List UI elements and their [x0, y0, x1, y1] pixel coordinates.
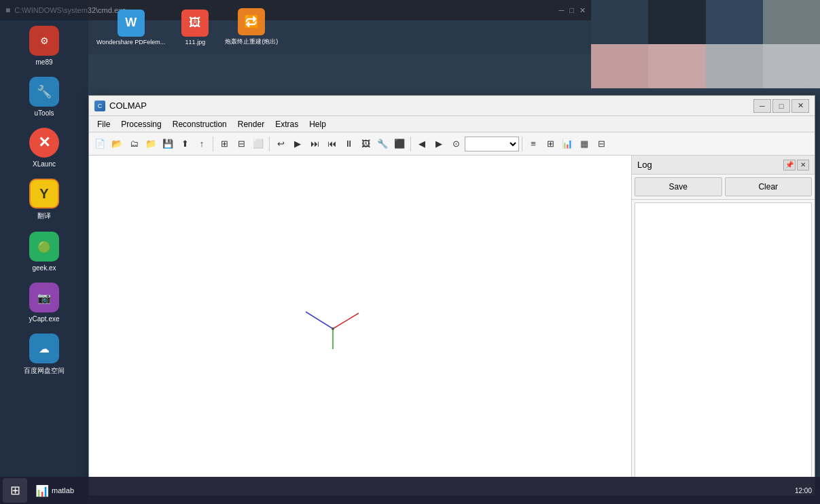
close-button[interactable]: ✕: [791, 99, 809, 113]
img-cur-icon: ⊙: [452, 139, 460, 149]
desktop-icon-translate[interactable]: Y 翻译: [0, 173, 88, 226]
desktop-icon-baidu[interactable]: ☁ 百度网盘空间: [0, 328, 88, 381]
toolbar-qr[interactable]: ⊞: [542, 136, 558, 152]
close-icon: ✕: [798, 101, 804, 110]
toolbar-chart[interactable]: 📊: [559, 136, 575, 152]
toolbar-new[interactable]: 📄: [92, 136, 108, 152]
play-icon: ▶: [294, 139, 301, 149]
toolbar-view2[interactable]: ▦: [576, 136, 592, 152]
toolbar-box[interactable]: ⬛: [391, 136, 408, 152]
menu-help[interactable]: Help: [304, 117, 332, 132]
toolbar-export1[interactable]: ⬆: [177, 136, 193, 152]
colmap-icon-letter: C: [98, 103, 103, 109]
export2-icon: ↑: [200, 139, 204, 149]
log-clear-button[interactable]: Clear: [725, 177, 813, 196]
toolbar-export2[interactable]: ↑: [194, 136, 210, 152]
rebuild-icon-item[interactable]: 🔁 炮轰终止重建(炮出): [225, 8, 278, 46]
start-button[interactable]: ⊞: [3, 478, 27, 503]
menu-render[interactable]: Render: [232, 117, 270, 132]
toolbar-view3[interactable]: ⊟: [593, 136, 609, 152]
menu-file[interactable]: File: [92, 117, 115, 132]
sep-3: [410, 137, 411, 151]
xlaunch-label: XLaunc: [33, 160, 56, 168]
open-icon: 📂: [111, 139, 122, 149]
toolbar-img-cur[interactable]: ⊙: [448, 136, 464, 152]
minimize-icon: ─: [760, 102, 765, 110]
log-toolbar: Save Clear: [632, 175, 815, 200]
tile-2: [648, 0, 705, 44]
grid-icon: ⊞: [221, 139, 228, 149]
view3-icon: ⊟: [598, 139, 605, 149]
image-icon: 🖼: [361, 139, 370, 149]
table-icon: ⊟: [238, 139, 245, 149]
toolbar-3d[interactable]: ⬜: [250, 136, 266, 152]
maximize-button[interactable]: □: [772, 99, 790, 113]
title-bar-buttons: ─ □ ✕: [753, 99, 809, 113]
toolbar-table[interactable]: ⊟: [233, 136, 249, 152]
minimize-button[interactable]: ─: [753, 99, 771, 113]
toolbar-open-recent[interactable]: 🗂: [126, 136, 142, 152]
menu-extras[interactable]: Extras: [270, 117, 304, 132]
toolbar-step-back[interactable]: ⏮: [323, 136, 340, 152]
start-icon: ⊞: [10, 483, 20, 498]
toolbar-list1[interactable]: ≡: [525, 136, 541, 152]
qr-icon: ⊞: [547, 139, 554, 149]
tile-1: [591, 0, 648, 44]
step-back-icon: ⏮: [327, 139, 336, 149]
me89-label: me89: [35, 58, 52, 66]
sep-2: [269, 137, 270, 151]
log-panel: Log 📌 ✕ Save Clear: [631, 156, 815, 495]
chart-icon: 📊: [562, 139, 573, 149]
tile-7: [706, 44, 763, 88]
menu-file-label: File: [97, 120, 110, 129]
toolbar-open[interactable]: 📂: [109, 136, 125, 152]
log-close-button[interactable]: ✕: [797, 160, 809, 170]
3d-icon: ⬜: [253, 139, 264, 149]
log-content-area[interactable]: [635, 202, 812, 492]
log-clear-label: Clear: [758, 182, 778, 192]
3d-viewport[interactable]: [89, 156, 631, 495]
desktop-icon-ycapt[interactable]: 📷 yCapt.exe: [0, 277, 88, 328]
desktop-icon-xlaunch[interactable]: ✕ XLaunc: [0, 122, 88, 173]
desktop-icon-me89[interactable]: ⚙ me89: [0, 20, 88, 71]
toolbar-img-next[interactable]: ▶: [431, 136, 447, 152]
xlaunch-icon: ✕: [38, 134, 50, 151]
baidu-icon: ☁: [39, 342, 50, 355]
desktop-icon-geek[interactable]: 🟢 geek.ex: [0, 226, 88, 277]
taskbar: ⊞ 📊 matlab 12:00: [0, 477, 820, 504]
log-save-button[interactable]: Save: [635, 177, 722, 196]
desktop-icon-utools[interactable]: 🔧 uTools: [0, 71, 88, 122]
rebuild-label: 炮轰终止重建(炮出): [225, 37, 278, 46]
log-pin-button[interactable]: 📌: [783, 160, 796, 170]
toolbar-img-prev[interactable]: ◀: [414, 136, 430, 152]
jpg-icon: 🖼: [189, 16, 201, 30]
menu-help-label: Help: [309, 120, 326, 129]
taskbar-matlab[interactable]: 📊 matlab: [30, 478, 79, 503]
view2-icon: ▦: [580, 139, 588, 149]
menu-reconstruction[interactable]: Reconstruction: [167, 117, 232, 132]
toolbar-dropdown[interactable]: [465, 137, 519, 151]
coordinate-axes: [299, 298, 367, 353]
axes-svg: [299, 298, 367, 353]
colmap-title-bar: C COLMAP ─ □ ✕: [89, 96, 815, 116]
tile-8: [763, 44, 820, 88]
wondershare-icon-item[interactable]: W Wondershare PDFelem...: [96, 10, 165, 46]
pause-icon: ⏸: [344, 139, 353, 149]
toolbar-play[interactable]: ▶: [289, 136, 306, 152]
ycapt-label: yCapt.exe: [29, 315, 59, 323]
jpg-icon-item[interactable]: 🖼 111.jpg: [181, 10, 209, 46]
main-content: Log 📌 ✕ Save Clear: [89, 156, 815, 495]
toolbar-grid[interactable]: ⊞: [216, 136, 232, 152]
toolbar-step-fwd[interactable]: ⏭: [306, 136, 323, 152]
colmap-window: C COLMAP ─ □ ✕ File Processing Reconstru…: [88, 95, 815, 496]
tile-4: [763, 0, 820, 44]
toolbar-image[interactable]: 🖼: [357, 136, 374, 152]
toolbar-settings[interactable]: 🔧: [374, 136, 391, 152]
toolbar-pause[interactable]: ⏸: [340, 136, 357, 152]
menu-reconstruction-label: Reconstruction: [173, 120, 227, 129]
toolbar-play-back[interactable]: ↩: [272, 136, 289, 152]
toolbar-save[interactable]: 💾: [160, 136, 176, 152]
toolbar-open-file[interactable]: 📁: [143, 136, 159, 152]
wondershare-icon: W: [125, 16, 137, 30]
menu-processing[interactable]: Processing: [115, 117, 166, 132]
